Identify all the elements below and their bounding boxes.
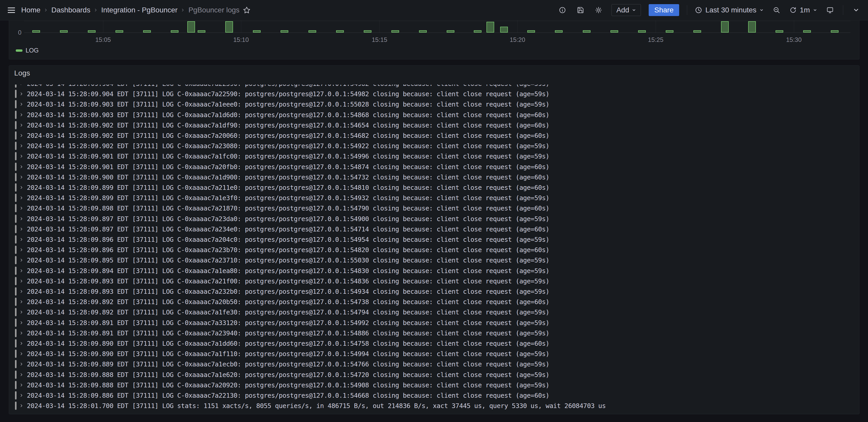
log-level-bar [15, 100, 17, 108]
dashboard-info-button[interactable] [557, 5, 567, 15]
expand-chevron-icon[interactable] [19, 175, 24, 179]
log-line-text: 2024-03-14 15:28:01.700 EDT [37111] LOG … [27, 402, 606, 410]
add-button-label: Add [616, 6, 629, 14]
log-row[interactable]: 2024-03-14 15:28:09.904 EDT [37111] LOG … [9, 89, 859, 99]
log-row[interactable]: 2024-03-14 15:28:09.896 EDT [37111] LOG … [9, 234, 859, 245]
log-line-text: 2024-03-14 15:28:09.903 EDT [37111] LOG … [27, 101, 550, 108]
menu-button[interactable] [6, 4, 17, 16]
log-row[interactable]: 2024-03-14 15:28:09.892 EDT [37111] LOG … [9, 307, 859, 317]
zoom-out-time-button[interactable] [771, 5, 782, 15]
expand-chevron-icon[interactable] [19, 351, 24, 356]
expand-chevron-icon[interactable] [19, 320, 24, 325]
expand-chevron-icon[interactable] [19, 269, 24, 273]
log-row[interactable]: 2024-03-14 15:28:09.897 EDT [37111] LOG … [9, 214, 859, 224]
expand-chevron-icon[interactable] [19, 248, 24, 252]
log-row[interactable]: 2024-03-14 15:28:09.893 EDT [37111] LOG … [9, 276, 859, 286]
log-level-bar [15, 391, 17, 399]
breadcrumb-item-integration-pgbouncer[interactable]: Integration - PgBouncer [101, 6, 178, 14]
log-row[interactable]: 2024-03-14 15:28:09.893 EDT [37111] LOG … [9, 286, 859, 297]
log-row[interactable]: 2024-03-14 15:28:09.886 EDT [37111] LOG … [9, 390, 859, 400]
refresh-interval-picker[interactable]: 1m [789, 6, 817, 14]
expand-chevron-icon[interactable] [19, 91, 24, 96]
log-row[interactable]: 2024-03-14 15:28:09.901 EDT [37111] LOG … [9, 162, 859, 172]
log-row[interactable]: 2024-03-14 15:28:09.897 EDT [37111] LOG … [9, 224, 859, 234]
log-volume-bar [88, 30, 96, 33]
expand-chevron-icon[interactable] [19, 196, 24, 200]
expand-chevron-icon[interactable] [19, 185, 24, 190]
expand-chevron-icon[interactable] [19, 85, 24, 86]
dashboard-settings-button[interactable] [593, 5, 604, 15]
expand-chevron-icon[interactable] [19, 143, 24, 148]
expand-chevron-icon[interactable] [19, 393, 24, 398]
expand-chevron-icon[interactable] [19, 300, 24, 304]
log-row[interactable]: 2024-03-14 15:28:09.898 EDT [37111] LOG … [9, 203, 859, 213]
log-row[interactable]: 2024-03-14 15:28:09.902 EDT [37111] LOG … [9, 141, 859, 151]
log-row[interactable]: 2024-03-14 15:28:09.903 EDT [37111] LOG … [9, 99, 859, 109]
expand-chevron-icon[interactable] [19, 331, 24, 335]
legend-item-log[interactable]: LOG [16, 47, 39, 54]
log-row[interactable]: 2024-03-14 15:28:09.902 EDT [37111] LOG … [9, 130, 859, 141]
log-line-text: 2024-03-14 15:28:09.900 EDT [37111] LOG … [27, 173, 550, 181]
expand-chevron-icon[interactable] [19, 165, 24, 169]
expand-chevron-icon[interactable] [19, 372, 24, 377]
expand-chevron-icon[interactable] [19, 237, 24, 242]
expand-chevron-icon[interactable] [19, 217, 24, 221]
expand-chevron-icon[interactable] [19, 206, 24, 210]
expand-chevron-icon[interactable] [19, 123, 24, 128]
share-button-label: Share [654, 6, 674, 14]
log-row[interactable]: 2024-03-14 15:28:01.700 EDT [37111] LOG … [9, 400, 859, 411]
log-row[interactable]: 2024-03-14 15:28:09.891 EDT [37111] LOG … [9, 317, 859, 328]
expand-chevron-icon[interactable] [19, 154, 24, 159]
chart-plot-area[interactable]: 0 15:0515:1015:1515:2015:2515:30 [9, 21, 859, 59]
collapse-controls-button[interactable] [851, 5, 861, 15]
breadcrumb: HomeDashboardsIntegration - PgBouncerPgB… [21, 6, 240, 14]
x-axis-tick-label: 15:25 [644, 36, 667, 44]
log-volume-bar [281, 30, 288, 33]
share-button[interactable]: Share [649, 4, 679, 16]
log-row[interactable]: 2024-03-14 15:28:09.894 EDT [37111] LOG … [9, 265, 859, 276]
log-row[interactable]: 2024-03-14 15:28:09.901 EDT [37111] LOG … [9, 151, 859, 161]
expand-chevron-icon[interactable] [19, 133, 24, 138]
log-row[interactable]: 2024-03-14 15:28:09.900 EDT [37111] LOG … [9, 172, 859, 182]
expand-chevron-icon[interactable] [19, 112, 24, 117]
log-row-clipped[interactable]: 2024-03-14 15:28:09.904 EDT [37111] LOG … [9, 85, 859, 89]
log-row[interactable]: 2024-03-14 15:28:09.899 EDT [37111] LOG … [9, 193, 859, 203]
log-row[interactable]: 2024-03-14 15:28:09.902 EDT [37111] LOG … [9, 120, 859, 130]
tv-kiosk-button[interactable] [825, 5, 835, 15]
expand-chevron-icon[interactable] [19, 403, 24, 408]
expand-chevron-icon[interactable] [19, 279, 24, 283]
log-row[interactable]: 2024-03-14 15:28:09.890 EDT [37111] LOG … [9, 338, 859, 348]
log-row[interactable]: 2024-03-14 15:28:09.896 EDT [37111] LOG … [9, 245, 859, 255]
expand-chevron-icon[interactable] [19, 383, 24, 387]
log-row[interactable]: 2024-03-14 15:28:09.892 EDT [37111] LOG … [9, 297, 859, 307]
logs-panel-title[interactable]: Logs [14, 69, 30, 77]
clock-icon [695, 6, 702, 14]
log-level-bar [15, 308, 17, 316]
add-button[interactable]: Add [612, 4, 641, 16]
expand-chevron-icon[interactable] [19, 341, 24, 346]
expand-chevron-icon[interactable] [19, 227, 24, 231]
expand-chevron-icon[interactable] [19, 289, 24, 294]
breadcrumb-item-dashboards[interactable]: Dashboards [52, 6, 90, 14]
log-row[interactable]: 2024-03-14 15:28:09.890 EDT [37111] LOG … [9, 348, 859, 359]
favorite-star-button[interactable] [241, 4, 252, 16]
expand-chevron-icon[interactable] [19, 362, 24, 366]
expand-chevron-icon[interactable] [19, 310, 24, 314]
log-line-text: 2024-03-14 15:28:09.904 EDT [37111] LOG … [27, 85, 550, 87]
time-range-picker[interactable]: Last 30 minutes [695, 6, 764, 14]
log-row[interactable]: 2024-03-14 15:28:09.889 EDT [37111] LOG … [9, 359, 859, 369]
log-row[interactable]: 2024-03-14 15:28:09.888 EDT [37111] LOG … [9, 369, 859, 380]
log-row[interactable]: 2024-03-14 15:28:09.891 EDT [37111] LOG … [9, 328, 859, 338]
expand-chevron-icon[interactable] [19, 258, 24, 262]
log-row[interactable]: 2024-03-14 15:28:09.899 EDT [37111] LOG … [9, 182, 859, 193]
log-volume-bar [487, 22, 494, 33]
expand-chevron-icon[interactable] [19, 102, 24, 107]
save-dashboard-button[interactable] [575, 5, 586, 15]
legend-color-dash [16, 49, 23, 52]
log-row[interactable]: 2024-03-14 15:28:09.895 EDT [37111] LOG … [9, 255, 859, 265]
log-line-text: 2024-03-14 15:28:09.897 EDT [37111] LOG … [27, 225, 550, 233]
log-row[interactable]: 2024-03-14 15:28:09.903 EDT [37111] LOG … [9, 110, 859, 120]
log-line-text: 2024-03-14 15:28:09.902 EDT [37111] LOG … [27, 142, 550, 150]
log-row[interactable]: 2024-03-14 15:28:09.888 EDT [37111] LOG … [9, 380, 859, 390]
breadcrumb-item-home[interactable]: Home [21, 6, 40, 14]
